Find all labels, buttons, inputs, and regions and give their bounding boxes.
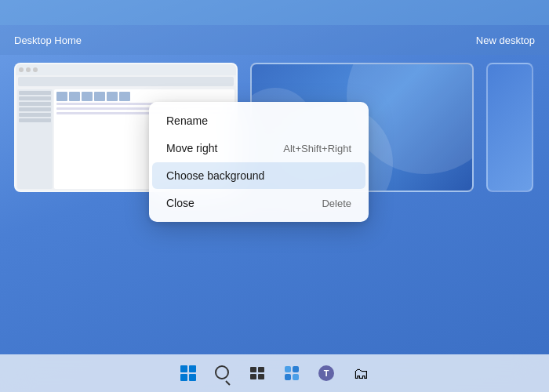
thumb-titlebar — [16, 64, 236, 75]
thumb-file — [82, 92, 93, 101]
menu-item-move-right-label: Move right — [166, 142, 217, 154]
menu-item-close-label: Close — [166, 197, 195, 209]
thumb-sidebar-item — [19, 113, 51, 117]
teams-icon: T — [318, 365, 334, 381]
wg-cell-3 — [285, 374, 291, 380]
menu-item-choose-background[interactable]: Choose background — [152, 162, 365, 189]
menu-item-close-shortcut: Delete — [322, 198, 351, 209]
thumb-sidebar-item — [19, 91, 51, 95]
tv-rect — [250, 367, 256, 372]
tv-row-1 — [250, 367, 264, 372]
file-explorer-button[interactable]: 🗂 — [347, 359, 375, 387]
win-logo-sq2 — [189, 365, 196, 372]
tv-rect — [258, 367, 264, 372]
new-desktop-label[interactable]: New desktop — [476, 34, 535, 46]
menu-item-rename-label: Rename — [166, 114, 208, 127]
thumb-max-btn — [33, 67, 38, 72]
desktops-strip: Desktop Home New desktop — [0, 25, 549, 55]
windows-logo-icon — [180, 365, 196, 381]
win-logo-sq1 — [180, 365, 187, 372]
thumb-sidebar-item — [19, 102, 51, 106]
widgets-icon — [285, 366, 299, 380]
thumb-sidebar — [17, 89, 53, 189]
wg-cell-1 — [285, 366, 291, 372]
teams-button[interactable]: T — [312, 359, 340, 387]
thumb-toolbar — [18, 77, 234, 86]
win-logo-sq4 — [189, 374, 196, 381]
thumb-sidebar-item — [19, 118, 51, 122]
thumb-file — [119, 92, 130, 101]
search-circle — [215, 365, 229, 379]
thumb-min-btn — [26, 67, 31, 72]
search-icon — [215, 365, 231, 381]
taskbar: T 🗂 — [0, 354, 549, 392]
tv-rect — [258, 374, 264, 379]
desktop-thumbnail-3[interactable] — [486, 63, 533, 192]
top-bar — [0, 0, 549, 25]
menu-item-move-right-shortcut: Alt+Shift+Right — [283, 143, 351, 154]
thumb-sidebar-item — [19, 107, 51, 111]
thumb-file — [56, 92, 67, 101]
start-button[interactable] — [174, 359, 202, 387]
search-button[interactable] — [209, 359, 237, 387]
win-logo-sq3 — [180, 374, 187, 381]
wg-cell-2 — [293, 366, 299, 372]
desktop: Desktop Home New desktop — [0, 0, 549, 392]
thumb-file — [94, 92, 105, 101]
menu-item-move-right[interactable]: Move right Alt+Shift+Right — [152, 135, 365, 162]
tv-rect — [250, 374, 256, 379]
search-handle — [225, 380, 230, 385]
wg-cell-4 — [293, 374, 299, 380]
thumb-close-btn — [19, 67, 24, 72]
menu-item-choose-bg-label: Choose background — [166, 169, 264, 182]
thumb-sidebar-item — [19, 96, 51, 100]
taskview-icon — [250, 367, 264, 379]
menu-item-close[interactable]: Close Delete — [152, 190, 365, 216]
folder-icon: 🗂 — [353, 365, 369, 383]
menu-item-rename[interactable]: Rename — [152, 107, 365, 134]
taskview-button[interactable] — [243, 359, 271, 387]
context-menu: Rename Move right Alt+Shift+Right Choose… — [149, 102, 369, 222]
desktop-home-label: Desktop Home — [14, 34, 82, 46]
tv-row-2 — [250, 374, 264, 379]
widgets-button[interactable] — [278, 359, 306, 387]
thumb-file — [107, 92, 118, 101]
thumb-file — [69, 92, 80, 101]
